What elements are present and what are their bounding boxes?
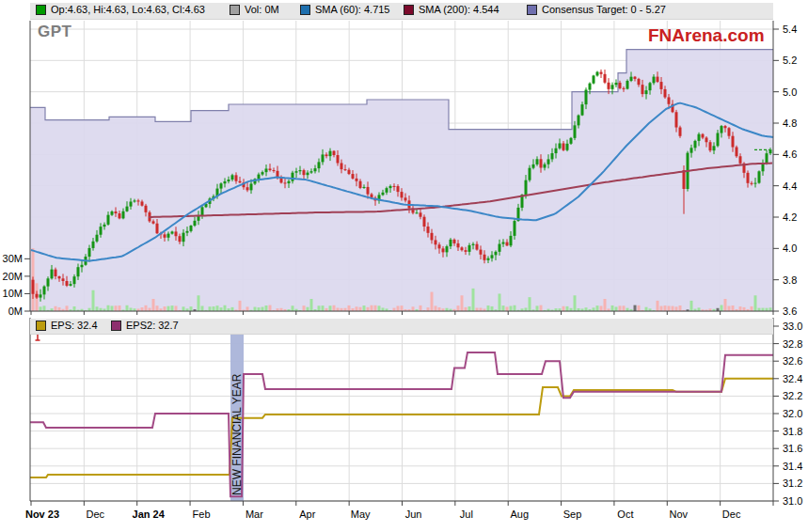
volume-bar xyxy=(265,305,268,311)
candle-body xyxy=(619,83,622,88)
volume-bar xyxy=(461,295,464,311)
candle-body xyxy=(642,85,644,94)
volume-bar xyxy=(378,305,381,311)
volume-bar xyxy=(427,307,430,311)
volume-bar xyxy=(412,306,415,311)
volume-bar xyxy=(322,305,325,311)
candle-body xyxy=(600,72,603,74)
candle-body xyxy=(348,170,351,174)
candle-body xyxy=(190,226,193,231)
candle-body xyxy=(626,81,629,89)
price-tick-label: 4.0 xyxy=(783,243,797,254)
eps-tick-label: 31.4 xyxy=(783,461,802,472)
volume-bar xyxy=(190,306,193,311)
fnarena-watermark: FNArena.com xyxy=(648,25,765,46)
candle-body xyxy=(141,202,144,206)
volume-bar xyxy=(600,305,603,311)
candle-body xyxy=(480,250,483,255)
candle-body xyxy=(325,154,328,156)
volume-bar xyxy=(615,306,618,311)
legend-eps2: EPS2: 32.7 xyxy=(111,320,179,331)
volume-bar xyxy=(468,306,471,311)
candle-body xyxy=(442,248,445,252)
month-label: Dec xyxy=(722,509,741,520)
eps2-value: EPS2: 32.7 xyxy=(126,320,179,331)
volume-bar xyxy=(593,307,595,311)
candle-body xyxy=(532,164,535,168)
candle-body xyxy=(265,168,268,172)
candle-body xyxy=(457,243,460,247)
candle-body xyxy=(137,200,140,201)
candle-body xyxy=(585,90,588,105)
candle-body xyxy=(156,224,159,233)
volume-bar xyxy=(611,305,614,311)
candle-body xyxy=(386,188,388,193)
volume-bar xyxy=(55,306,57,311)
volume-bar xyxy=(480,308,483,311)
month-label: Mar xyxy=(246,509,263,520)
volume-bar xyxy=(333,305,336,311)
candle-body xyxy=(562,143,565,149)
eps-chart-legend: EPS: 32.4 EPS2: 32.7 xyxy=(30,319,773,335)
volume-bar xyxy=(254,307,257,311)
candle-body xyxy=(499,244,501,252)
volume-bar xyxy=(476,308,479,311)
legend-sma60: SMA (60): 4.715 xyxy=(300,4,390,15)
volume-bar xyxy=(397,305,400,311)
volume-bar xyxy=(724,299,727,311)
candle-body xyxy=(630,77,633,81)
candle-body xyxy=(397,186,400,192)
legend-ohlc: Op:4.63, Hi:4.63, Lo:4.63, Cl:4.63 xyxy=(36,4,205,15)
candle-body xyxy=(250,183,253,190)
candle-body xyxy=(608,83,610,89)
candle-body xyxy=(751,183,753,184)
candle-body xyxy=(547,159,550,164)
candle-body xyxy=(303,170,306,175)
volume-bar xyxy=(40,306,42,311)
volume-bar xyxy=(292,305,294,311)
candle-body xyxy=(201,207,204,215)
eps-value: EPS: 32.4 xyxy=(51,320,98,331)
volume-bar xyxy=(96,306,99,311)
candle-body xyxy=(483,255,486,260)
candle-body xyxy=(570,138,573,144)
candle-body xyxy=(690,148,693,152)
legend-volume: Vol: 0M xyxy=(230,4,279,15)
candle-body xyxy=(96,235,99,242)
volume-bar xyxy=(269,305,272,311)
candle-body xyxy=(578,116,580,126)
candle-body xyxy=(438,244,441,248)
volume-bar xyxy=(175,305,178,311)
candle-body xyxy=(66,281,69,286)
volume-bar xyxy=(623,305,626,311)
volume-bar xyxy=(465,307,467,311)
candle-body xyxy=(401,192,404,197)
month-label: May xyxy=(351,509,371,520)
eps-tick-label: 31.6 xyxy=(783,443,802,454)
candle-body xyxy=(657,77,659,82)
stock-chart-panel: NEW FINANCIAL YEAR5.45.25.04.84.64.44.24… xyxy=(0,0,808,532)
volume-bar xyxy=(307,307,309,311)
volume-bar xyxy=(318,305,321,311)
price-tick-label: 5.2 xyxy=(783,55,797,66)
volume-bar xyxy=(732,305,735,311)
volume-bar xyxy=(92,290,95,311)
eps2-swatch-icon xyxy=(111,321,121,331)
candle-body xyxy=(314,168,317,171)
candle-body xyxy=(525,180,528,195)
price-tick-label: 4.2 xyxy=(783,211,797,223)
price-tick-label: 4.4 xyxy=(783,180,797,192)
candle-body xyxy=(431,233,434,241)
sma60-value: SMA (60): 4.715 xyxy=(315,4,390,15)
volume-bar xyxy=(758,308,761,311)
candle-body xyxy=(119,213,121,218)
volume-swatch-icon xyxy=(230,5,240,15)
volume-bar xyxy=(739,306,742,311)
candle-body xyxy=(416,212,419,213)
eps-tick-label: 32.4 xyxy=(783,373,802,384)
volume-tick-label: 20M xyxy=(3,271,23,282)
price-tick-label: 5.0 xyxy=(783,86,797,98)
candle-body xyxy=(544,164,547,168)
volume-bar xyxy=(721,305,723,311)
volume-bar xyxy=(657,301,659,311)
